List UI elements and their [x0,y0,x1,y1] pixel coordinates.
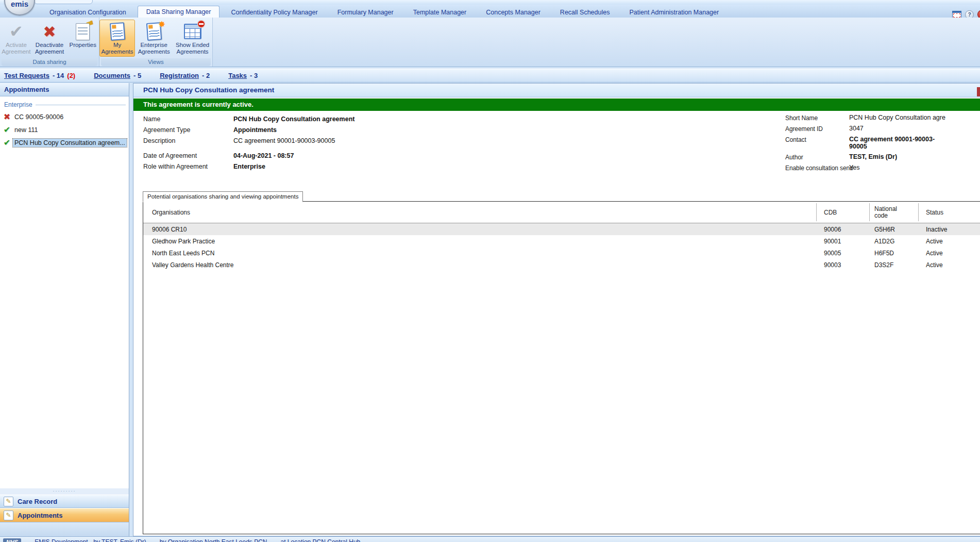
column-separator [869,203,870,221]
link-test-requests[interactable]: Test Requests - 14 (2) [4,72,75,79]
link-count: - 14 [53,72,64,79]
tab-confidentiality-policy-manager[interactable]: Confidentiality Policy Manager [223,7,326,18]
splitter-handle[interactable] [0,488,129,495]
detail-label: Description [143,137,233,144]
detail-row-agreement-type: Agreement Type Appointments [143,126,514,134]
column-header-cdb[interactable]: CDB [824,202,837,223]
properties-button[interactable]: ☚ Properties [66,20,99,57]
button-label-line1: Properties [69,42,96,48]
green-check-icon: ✔ [1,139,13,147]
link-count: - 3 [250,72,258,79]
link-label[interactable]: Registration [160,72,199,79]
cell-cdb: 90006 [824,223,841,235]
agreement-detail-panel: PCN Hub Copy Consultation agreement This… [133,83,980,536]
agreement-item-new-111[interactable]: ✔ new 111 [0,123,129,136]
tab-template-manager[interactable]: Template Manager [405,7,475,18]
detail-label: Role within Agreement [143,163,233,170]
gray-check-icon: ✔ [1,21,31,42]
ribbon-group-data-sharing: ✔ Activate Agreement ✖ Deactivate Agreem… [0,18,99,67]
column-header-national-code[interactable]: National code [874,202,904,223]
red-x-icon: ✖ [35,21,65,42]
detail-label: Contact [785,136,849,150]
column-header-organisations[interactable]: Organisations [152,202,190,223]
table-row[interactable]: North East Leeds PCN 90005 H6F5D Active [143,247,980,259]
cell-cdb: 90005 [824,247,841,259]
agreement-item-cc-90005-90006[interactable]: ✖ CC 90005-90006 [0,110,129,123]
detail-row-agreement-id: Agreement ID 3047 [785,125,980,133]
link-label[interactable]: Documents [94,72,130,79]
table-row[interactable]: Gledhow Park Practice 90001 A1D2G Active [143,235,980,247]
ribbon-toolbar: ✔ Activate Agreement ✖ Deactivate Agreem… [0,18,980,67]
cell-organisation: Valley Gardens Health Centre [152,259,234,271]
cell-cdb: 90001 [824,235,841,247]
detail-row-name: Name PCN Hub Copy Consultation agreement [143,116,514,123]
ribbon-tabs: Organisation Configuration Data Sharing … [41,5,727,18]
tab-organisation-configuration[interactable]: Organisation Configuration [41,7,134,18]
cell-status: Inactive [926,223,947,235]
detail-value: Enterprise [233,163,265,170]
show-ended-agreements-button[interactable]: Show Ended Agreements [173,20,212,57]
activate-agreement-button[interactable]: ✔ Activate Agreement [0,20,32,57]
detail-row-enable-consultation-send: Enable consultation send Yes [785,165,980,172]
nav-appointments[interactable]: ✎ Appointments [0,508,129,522]
column-separator [918,203,919,221]
cell-national-code: G5H6R [874,223,895,235]
detail-label: Name [143,116,233,123]
organisations-table: Organisations CDB National code Status 9… [143,201,980,534]
tab-data-sharing-manager[interactable]: Data Sharing Manager [138,6,220,18]
sidebar-header: Appointments [0,83,129,96]
tab-formulary-manager[interactable]: Formulary Manager [329,7,402,18]
cell-status: Active [926,235,943,247]
tab-patient-administration-manager[interactable]: Patient Administration Manager [621,7,727,18]
button-label-line2: Agreements [177,48,209,55]
quick-access-toolbar[interactable] [34,0,93,4]
enterprise-agreements-button[interactable]: ✸ Enterprise Agreements [136,20,172,57]
properties-document-icon: ☚ [67,21,98,42]
detail-value: Appointments [233,126,277,134]
agreement-document-icon [100,21,134,42]
agreement-item-label: new 111 [13,126,39,134]
deactivate-agreement-button[interactable]: ✖ Deactivate Agreement [33,20,66,57]
application-window: emis Organisation Configuration Data Sha… [0,0,980,542]
detail-value: CC agreement 90001-90003-90005 [849,136,937,150]
link-tasks[interactable]: Tasks - 3 [228,72,258,79]
column-header-status[interactable]: Status [926,202,943,223]
detail-value: PCN Hub Copy Consultation agreement [233,116,354,123]
button-label-line1: Enterprise [140,42,167,48]
status-organisation-text: by Organisation North East Leeds PCN [160,538,267,542]
agreement-details-left: Name PCN Hub Copy Consultation agreement… [143,116,514,174]
nav-label: Care Record [18,498,57,505]
button-label-line2: Agreement [2,48,30,55]
detail-value: CC agreement 90001-90003-90005 [233,137,335,144]
link-count: - 5 [133,72,141,79]
ribbon-buttons: My Agreements ✸ Enterprise Agreements Sh… [99,18,212,57]
tab-concepts-manager[interactable]: Concepts Manager [478,7,549,18]
link-count: - 2 [202,72,210,79]
my-agreements-button[interactable]: My Agreements [99,20,135,57]
agreement-item-pcn-hub-copy[interactable]: ✔ PCN Hub Copy Consultation agreem... [0,136,129,149]
link-documents[interactable]: Documents - 5 [94,72,141,79]
detail-label: Date of Agreement [143,152,233,159]
column-separator [816,203,817,221]
ribbon-buttons: ✔ Activate Agreement ✖ Deactivate Agreem… [0,18,99,57]
agreement-star-icon: ✸ [137,21,171,42]
detail-row-author: Author TEST, Emis (Dr) [785,154,980,161]
cell-organisation: Gledhow Park Practice [152,235,215,247]
sidebar-section-enterprise: Enterprise [4,101,126,108]
nav-care-record[interactable]: ✎ Care Record [0,495,129,508]
link-label[interactable]: Test Requests [4,72,49,79]
pencil-icon: ✎ [4,497,13,506]
agreement-title: PCN Hub Copy Consultation agreement [133,84,980,97]
link-registration[interactable]: Registration - 2 [160,72,210,79]
cell-status: Active [926,259,943,271]
table-row[interactable]: 90006 CR10 90006 G5H6R Inactive [143,223,980,235]
link-label[interactable]: Tasks [228,72,247,79]
ended-agreements-grid-icon [174,21,211,42]
content-area: Appointments Enterprise ✖ CC 90005-90006… [0,83,980,536]
cell-national-code: A1D2G [874,235,894,247]
table-row[interactable]: Valley Gardens Health Centre 90003 D3S2F… [143,259,980,271]
cell-organisation: North East Leeds PCN [152,247,214,259]
tab-recall-schedules[interactable]: Recall Schedules [552,7,618,18]
agreement-item-label: PCN Hub Copy Consultation agreem... [13,139,127,147]
tab-potential-organisations[interactable]: Potential organisations sharing and view… [143,191,303,202]
